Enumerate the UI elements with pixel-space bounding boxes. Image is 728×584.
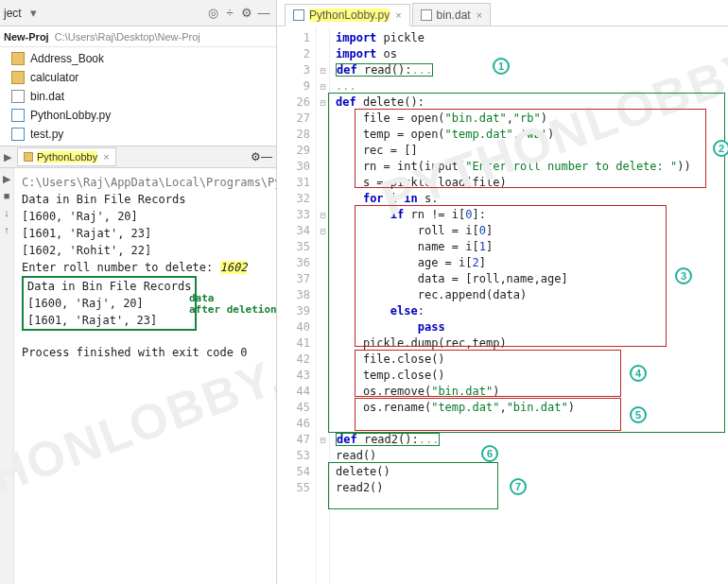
run-toolbar: ▶ PythonLobby × ⚙ — xyxy=(0,146,276,168)
code-line: if rn != i[0]: xyxy=(336,207,722,223)
code-line: rec.append(data) xyxy=(336,287,722,303)
code-line: def read2():... xyxy=(336,432,722,448)
code-line: import os xyxy=(336,46,722,62)
code-line xyxy=(336,416,722,432)
code-line: def delete(): xyxy=(336,94,722,111)
dropdown-icon[interactable]: ▾ xyxy=(26,5,43,22)
stop-icon[interactable]: ■ xyxy=(0,189,13,202)
badge-7: 7 xyxy=(510,478,527,495)
console-line: Data in Bin File Records xyxy=(27,278,191,295)
badge-5: 5 xyxy=(630,406,647,423)
code-line: rn = int(input("Enter roll number to del… xyxy=(336,159,722,175)
project-label: ject xyxy=(4,7,22,20)
project-tree: Address_Book calculator bin.dat PythonLo… xyxy=(0,47,276,146)
code-line: temp = open("temp.dat",'wb') xyxy=(336,127,722,143)
tab-bindat[interactable]: bin.dat × xyxy=(412,3,491,26)
code-line: read() xyxy=(336,448,722,464)
tree-item-file[interactable]: test.py xyxy=(0,125,276,144)
code-line: rec = [] xyxy=(336,143,722,159)
code-line: read2() xyxy=(336,480,722,496)
code-line: else: xyxy=(336,303,722,319)
badge-3: 3 xyxy=(675,267,692,284)
console-output[interactable]: PYTHONLOBBY.COM C:\Users\Raj\AppData\Loc… xyxy=(14,168,276,584)
python-run-icon xyxy=(24,152,33,162)
code-line: os.rename("temp.dat","bin.dat") xyxy=(336,400,722,416)
run-tab[interactable]: PythonLobby × xyxy=(17,147,116,166)
run-path: C:\Users\Raj\AppData\Local\Programs\Pytl xyxy=(22,174,276,191)
left-pane: ject ▾ ◎ ÷ ⚙ — New-Proj C:\Users\Raj\Des… xyxy=(0,0,277,584)
badge-4: 4 xyxy=(630,365,647,382)
code-line: s = pickle.load(file) xyxy=(336,175,722,191)
code-line: temp.close() xyxy=(336,368,722,384)
gear-icon[interactable]: ⚙ xyxy=(251,150,261,163)
code-line: file.close() xyxy=(336,352,722,368)
tab-label: bin.dat xyxy=(437,9,471,22)
code-line: pass xyxy=(336,319,722,335)
right-pane: PythonLobby.py × bin.dat × 1239262728293… xyxy=(277,0,728,584)
file-icon xyxy=(11,90,25,103)
tree-item-file[interactable]: PythonLobby.py xyxy=(0,106,276,125)
console-line: [1600, 'Raj', 20] xyxy=(27,295,191,312)
annotation: data after deletion xyxy=(189,293,276,316)
console-area: ▶ ■ ↓ ↑ PYTHONLOBBY.COM C:\Users\Raj\App… xyxy=(0,168,276,584)
fold-gutter[interactable]: ⊟⊟⊟⊟⊟⊟ xyxy=(317,26,330,584)
hide-icon[interactable]: — xyxy=(261,150,272,163)
result-box: Data in Bin File Records [1600, 'Raj', 2… xyxy=(22,276,197,331)
badge-2: 2 xyxy=(713,140,728,157)
project-path: C:\Users\Raj\Desktop\New-Proj xyxy=(55,31,200,43)
code-line: def read():... xyxy=(336,62,722,78)
close-icon[interactable]: × xyxy=(103,151,109,163)
run-tab-label: PythonLobby xyxy=(37,151,97,163)
code-line: delete() xyxy=(336,464,722,480)
console-line: [1600, 'Raj', 20] xyxy=(22,208,276,225)
target-icon[interactable]: ◎ xyxy=(204,5,221,22)
python-file-icon xyxy=(11,128,25,141)
editor-area: 1239262728293031323334353637383940414243… xyxy=(277,26,728,584)
tree-item-folder[interactable]: Address_Book xyxy=(0,49,276,68)
gear-icon[interactable]: ⚙ xyxy=(238,5,255,22)
folder-icon xyxy=(11,71,25,84)
run-play-icon[interactable]: ▶ xyxy=(4,151,11,163)
code-line: ... xyxy=(336,78,722,94)
editor-tabs: PythonLobby.py × bin.dat × xyxy=(277,0,728,26)
tree-item-folder[interactable]: calculator xyxy=(0,68,276,87)
down-icon[interactable]: ↓ xyxy=(0,206,13,219)
exit-line: Process finished with exit code 0 xyxy=(22,344,276,361)
collapse-icon[interactable]: ÷ xyxy=(221,5,238,22)
code-line: pickle.dump(rec,temp) xyxy=(336,335,722,352)
breadcrumb[interactable]: New-Proj C:\Users\Raj\Desktop\New-Proj xyxy=(0,26,276,47)
rerun-icon[interactable]: ▶ xyxy=(0,172,13,185)
hide-icon[interactable]: — xyxy=(255,5,272,22)
console-line: Data in Bin File Records xyxy=(22,191,276,208)
up-icon[interactable]: ↑ xyxy=(0,223,13,236)
code-line: import pickle xyxy=(336,30,722,46)
user-input: 1602 xyxy=(220,261,248,274)
code-line: age = i[2] xyxy=(336,255,722,271)
python-file-icon xyxy=(11,109,25,122)
code-line: roll = i[0] xyxy=(336,223,722,239)
console-line: [1601, 'Rajat', 23] xyxy=(27,312,191,329)
python-file-icon xyxy=(293,9,304,21)
console-line: [1602, 'Rohit', 22] xyxy=(22,242,276,259)
code-line: os.remove("bin.dat") xyxy=(336,384,722,400)
close-icon[interactable]: × xyxy=(477,9,482,21)
project-name: New-Proj xyxy=(4,31,49,43)
console-line: Enter roll number to delete: 1602 xyxy=(22,259,276,276)
code-line: file = open("bin.dat","rb") xyxy=(336,111,722,127)
tree-item-file[interactable]: bin.dat xyxy=(0,87,276,106)
tab-pythonlobby[interactable]: PythonLobby.py × xyxy=(285,4,410,26)
badge-6: 6 xyxy=(481,445,498,462)
code-editor[interactable]: PYTHONLOBBY.COM import pickle import os … xyxy=(330,26,728,584)
file-icon xyxy=(421,9,432,21)
console-line: [1601, 'Rajat', 23] xyxy=(22,225,276,242)
project-toolbar: ject ▾ ◎ ÷ ⚙ — xyxy=(0,0,276,26)
close-icon[interactable]: × xyxy=(395,9,401,21)
code-line: for i in s: xyxy=(336,191,722,207)
badge-1: 1 xyxy=(493,58,510,75)
tab-label: PythonLobby.py xyxy=(309,9,390,22)
line-gutter: 1239262728293031323334353637383940414243… xyxy=(277,26,317,584)
code-line: data = [roll,name,age] xyxy=(336,271,722,287)
code-line: name = i[1] xyxy=(336,239,722,255)
folder-icon xyxy=(11,52,25,65)
run-gutter: ▶ ■ ↓ ↑ xyxy=(0,168,14,584)
